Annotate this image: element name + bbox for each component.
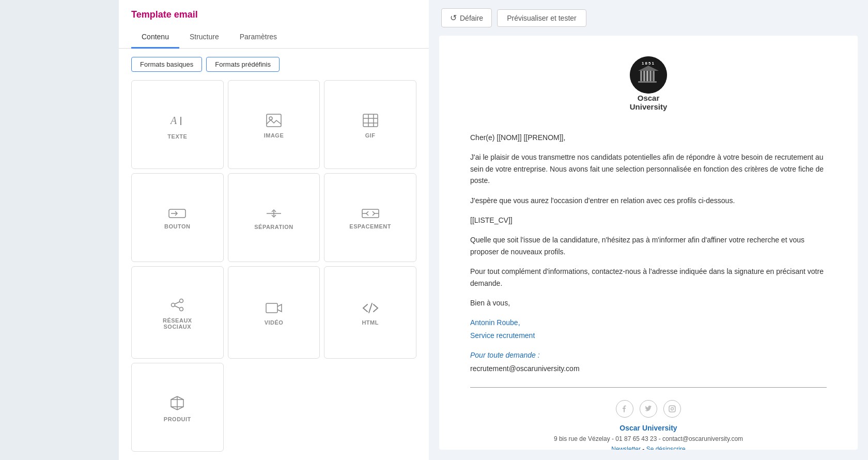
tab-parametres[interactable]: Paramètres <box>229 26 287 49</box>
email-contact-email: recrutement@oscaruniversity.com <box>470 363 827 374</box>
espacement-label: ESPACEMENT <box>349 223 391 229</box>
svg-rect-32 <box>669 406 675 412</box>
produit-icon <box>170 395 184 411</box>
unsubscribe-link[interactable]: Se désinscrire <box>646 446 686 450</box>
logo-circle: 1851 <box>630 56 667 94</box>
format-buttons: Formats basiques Formats prédéfinis <box>119 49 429 80</box>
footer-address: 9 bis rue de Vézelay - 01 87 65 43 23 - … <box>470 435 827 442</box>
html-label: HTML <box>362 319 379 326</box>
svg-rect-2 <box>267 114 281 127</box>
texte-icon: A <box>169 113 185 128</box>
svg-rect-28 <box>649 70 652 81</box>
email-preview-area: ↺ Défaire Prévisualiser et tester 1851 <box>429 0 868 460</box>
bouton-label: BOUTON <box>164 223 190 229</box>
element-texte[interactable]: A TEXTE <box>131 80 224 169</box>
element-video[interactable]: VIDÉO <box>228 266 320 359</box>
video-label: VIDÉO <box>265 319 284 326</box>
svg-text:A: A <box>169 115 177 126</box>
svg-point-33 <box>671 407 674 410</box>
svg-line-22 <box>369 303 372 313</box>
reseaux-icon <box>170 298 184 312</box>
email-divider <box>470 387 827 388</box>
template-title: Template email <box>119 0 429 26</box>
instagram-icon[interactable] <box>663 400 681 418</box>
tabs: Contenu Structure Paramètres <box>119 26 429 49</box>
svg-point-17 <box>172 303 175 307</box>
action-bar: ↺ Défaire Prévisualiser et tester <box>429 0 868 36</box>
svg-rect-25 <box>640 71 642 81</box>
facebook-icon[interactable] <box>616 400 633 418</box>
gif-label: GIF <box>365 132 376 139</box>
tab-structure[interactable]: Structure <box>179 26 229 49</box>
btn-defaire[interactable]: ↺ Défaire <box>441 8 492 27</box>
image-label: IMAGE <box>264 132 284 139</box>
tab-contenu[interactable]: Contenu <box>131 26 179 49</box>
email-greeting: Cher(e) [[NOM]] [[PRENOM]], <box>470 132 827 143</box>
texte-label: TEXTE <box>167 133 187 140</box>
separation-label: SÉPARATION <box>254 224 293 230</box>
svg-rect-29 <box>653 71 655 81</box>
template-panel: Template email Contenu Structure Paramèt… <box>119 0 429 460</box>
separation-icon <box>266 208 282 219</box>
html-icon <box>362 302 379 314</box>
btn-preview[interactable]: Prévisualiser et tester <box>497 9 586 27</box>
svg-point-16 <box>180 299 183 303</box>
espacement-icon <box>362 209 379 218</box>
element-produit[interactable]: PRODUIT <box>131 363 224 452</box>
email-logo: 1851 Oscar University <box>470 56 827 121</box>
element-html[interactable]: HTML <box>324 266 416 359</box>
email-para3: Quelle que soit l'issue de la candidatur… <box>470 234 827 257</box>
sidebar <box>0 0 119 460</box>
email-signature-service: Service recrutement <box>470 330 827 341</box>
btn-formats-predefinis[interactable]: Formats prédéfinis <box>206 57 280 72</box>
footer-links: Newsletter - Se désinscrire <box>470 446 827 450</box>
svg-rect-4 <box>363 114 378 127</box>
produit-label: PRODUIT <box>164 416 191 422</box>
svg-rect-30 <box>638 81 657 83</box>
btn-formats-basiques[interactable]: Formats basiques <box>131 57 202 72</box>
element-separation[interactable]: SÉPARATION <box>228 173 320 262</box>
svg-point-34 <box>674 407 675 408</box>
footer-company: Oscar University <box>470 424 827 432</box>
svg-line-19 <box>175 302 180 304</box>
email-contact-label: Pour toute demande : <box>470 349 827 361</box>
logo-text: Oscar University <box>630 94 668 111</box>
email-footer: Oscar University 9 bis rue de Vézelay - … <box>470 400 827 450</box>
email-para1: J'ai le plaisir de vous transmettre nos … <box>470 151 827 186</box>
svg-point-18 <box>180 308 183 311</box>
svg-text:1851: 1851 <box>642 61 655 66</box>
element-reseaux[interactable]: RÉSEAUX SOCIAUX <box>131 266 224 359</box>
email-preview: 1851 Oscar University <box>439 36 858 450</box>
defaire-label: Défaire <box>460 14 483 22</box>
email-para2: J'espère que vous aurez l'occasion d'ent… <box>470 195 827 206</box>
bouton-icon <box>168 209 186 218</box>
email-closing: Bien à vous, <box>470 297 827 309</box>
footer-link-separator: - <box>642 446 646 450</box>
gif-icon <box>363 114 378 127</box>
email-signature-name: Antonin Roube, <box>470 317 827 328</box>
email-para4: Pour tout complément d'informations, con… <box>470 266 827 289</box>
element-image[interactable]: IMAGE <box>228 80 320 169</box>
svg-rect-21 <box>266 303 277 313</box>
image-icon <box>266 114 282 127</box>
reseaux-label: RÉSEAUX SOCIAUX <box>163 317 192 330</box>
element-espacement[interactable]: ESPACEMENT <box>324 173 416 262</box>
social-icons <box>470 400 827 418</box>
email-body: Cher(e) [[NOM]] [[PRENOM]], J'ai le plai… <box>470 132 827 375</box>
email-placeholder: [[LISTE_CV]] <box>470 214 827 226</box>
element-gif[interactable]: GIF <box>324 80 416 169</box>
newsletter-link[interactable]: Newsletter <box>611 446 641 450</box>
svg-line-20 <box>175 306 180 308</box>
twitter-icon[interactable] <box>640 400 657 418</box>
video-icon <box>266 302 282 314</box>
undo-icon: ↺ <box>450 13 457 23</box>
element-bouton[interactable]: BOUTON <box>131 173 224 262</box>
elements-grid: A TEXTE IMAGE <box>119 80 429 460</box>
svg-rect-26 <box>643 70 645 81</box>
